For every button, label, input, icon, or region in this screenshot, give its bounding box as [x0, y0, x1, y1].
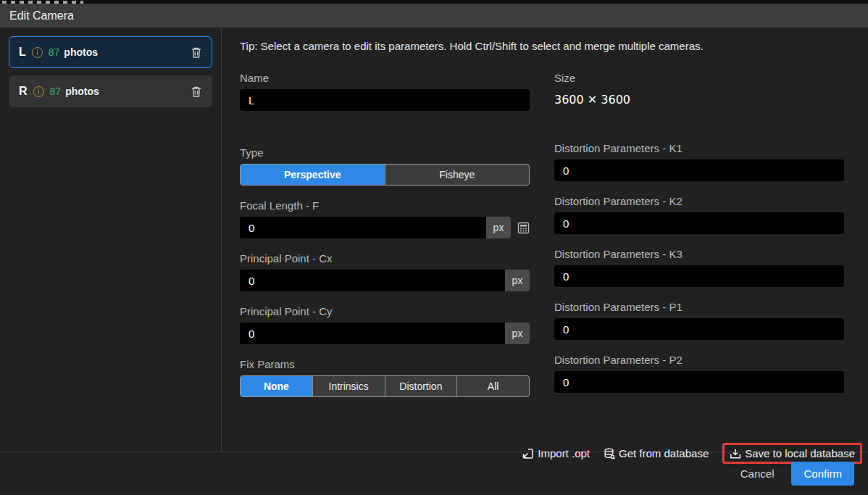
- fix-params-label: Fix Params: [240, 358, 530, 372]
- distortion-k3-field-group: Distortion Parameters - K3: [554, 248, 844, 287]
- principal-point-cx-label: Principal Point - Cx: [240, 252, 530, 266]
- save-download-icon: [730, 448, 741, 459]
- distortion-p2-input[interactable]: [554, 371, 844, 393]
- distortion-k2-label: Distortion Parameters - K2: [554, 195, 844, 209]
- px-unit-suffix: px: [505, 270, 530, 291]
- save-to-local-database-label: Save to local database: [745, 447, 855, 459]
- highlight-annotation-box: Save to local database: [722, 443, 862, 464]
- px-unit-suffix: px: [486, 217, 511, 238]
- px-unit-suffix: px: [505, 323, 530, 344]
- photo-count: 87: [50, 86, 62, 97]
- database-search-icon: [604, 448, 615, 459]
- confirm-button[interactable]: Confirm: [791, 462, 854, 486]
- focal-length-field-group: Focal Length - F px: [240, 199, 530, 238]
- type-segmented-control: Perspective Fisheye: [240, 164, 530, 186]
- photo-count-unit: photos: [65, 86, 99, 97]
- database-actions-row: Import .opt Get from database: [240, 443, 862, 464]
- photo-count: 87: [49, 46, 60, 58]
- save-to-local-database-button[interactable]: Save to local database: [730, 447, 855, 459]
- trash-icon: [191, 46, 202, 59]
- camera-name: R: [19, 85, 28, 98]
- photo-count-unit: photos: [64, 46, 98, 58]
- distortion-p1-field-group: Distortion Parameters - P1: [554, 301, 844, 340]
- principal-point-cx-input[interactable]: [240, 270, 505, 291]
- distortion-k1-label: Distortion Parameters - K1: [554, 142, 844, 156]
- dialog-title: Edit Camera: [9, 9, 74, 22]
- left-column: Name Type Perspective Fisheye Focal: [240, 72, 530, 411]
- fix-params-segmented-control: None Intrinsics Distortion All: [240, 375, 530, 397]
- dialog-header: Edit Camera: [0, 4, 868, 28]
- fix-params-option-distortion[interactable]: Distortion: [385, 376, 458, 396]
- principal-point-cx-field-group: Principal Point - Cx px: [240, 252, 530, 291]
- calculator-icon: [517, 222, 530, 234]
- principal-point-cy-label: Principal Point - Cy: [240, 305, 530, 319]
- delete-camera-button[interactable]: [191, 46, 202, 59]
- delete-camera-button[interactable]: [191, 86, 202, 98]
- camera-name: L: [19, 46, 26, 59]
- fix-params-field-group: Fix Params None Intrinsics Distortion Al…: [240, 358, 530, 397]
- clipped-window-title: [0, 0, 868, 4]
- size-label: Size: [554, 72, 844, 86]
- type-field-group: Type Perspective Fisheye: [240, 146, 530, 186]
- info-circle-icon: i: [32, 47, 43, 58]
- distortion-k1-field-group: Distortion Parameters - K1: [554, 142, 844, 181]
- distortion-k2-input[interactable]: [554, 212, 844, 234]
- import-opt-label: Import .opt: [538, 447, 590, 459]
- tip-text: Tip: Select a camera to edit its paramet…: [240, 40, 844, 52]
- focal-length-calculator-button[interactable]: [517, 222, 530, 234]
- name-input[interactable]: [240, 89, 530, 111]
- import-opt-button[interactable]: Import .opt: [522, 447, 590, 459]
- type-option-perspective[interactable]: Perspective: [241, 165, 385, 185]
- camera-parameters-panel: Tip: Select a camera to edit its paramet…: [222, 28, 868, 452]
- dialog-body: L i 87 photos R i 87 photos: [0, 28, 868, 452]
- camera-item-R[interactable]: R i 87 photos: [9, 75, 212, 107]
- import-icon: [522, 448, 534, 459]
- principal-point-cy-field-group: Principal Point - Cy px: [240, 305, 530, 344]
- distortion-k3-label: Distortion Parameters - K3: [554, 248, 844, 262]
- type-option-fisheye[interactable]: Fisheye: [385, 165, 530, 185]
- cancel-button[interactable]: Cancel: [740, 467, 775, 480]
- info-circle-icon: i: [33, 86, 44, 97]
- clipped-text-fragment: [2, 1, 83, 4]
- distortion-p1-input[interactable]: [554, 318, 844, 340]
- focal-length-label: Focal Length - F: [240, 199, 530, 213]
- fix-params-option-none[interactable]: None: [241, 376, 313, 396]
- name-field-group: Name: [240, 72, 530, 111]
- edit-camera-dialog: Edit Camera L i 87 photos R i 87 photos: [0, 0, 868, 495]
- name-label: Name: [240, 72, 530, 86]
- distortion-k2-field-group: Distortion Parameters - K2: [554, 195, 844, 234]
- camera-item-L[interactable]: L i 87 photos: [9, 36, 212, 68]
- size-value: 3600 ✕ 3600: [554, 93, 844, 107]
- distortion-p2-label: Distortion Parameters - P2: [554, 354, 844, 367]
- focal-length-input[interactable]: [240, 217, 486, 238]
- size-field-group: Size 3600 ✕ 3600: [554, 72, 844, 107]
- fix-params-option-all[interactable]: All: [457, 376, 529, 396]
- right-column: Size 3600 ✕ 3600 Distortion Parameters -…: [554, 72, 844, 411]
- get-from-database-button[interactable]: Get from database: [604, 447, 709, 459]
- distortion-k1-input[interactable]: [554, 159, 844, 181]
- fix-params-option-intrinsics[interactable]: Intrinsics: [313, 376, 385, 396]
- parameters-form: Name Type Perspective Fisheye Focal: [240, 72, 844, 411]
- distortion-k3-input[interactable]: [554, 265, 844, 287]
- distortion-p2-field-group: Distortion Parameters - P2: [554, 354, 844, 393]
- get-from-database-label: Get from database: [619, 447, 709, 459]
- trash-icon: [191, 86, 202, 98]
- camera-list-sidebar: L i 87 photos R i 87 photos: [0, 28, 222, 452]
- principal-point-cy-input[interactable]: [240, 323, 505, 344]
- type-label: Type: [240, 146, 530, 160]
- distortion-p1-label: Distortion Parameters - P1: [554, 301, 844, 315]
